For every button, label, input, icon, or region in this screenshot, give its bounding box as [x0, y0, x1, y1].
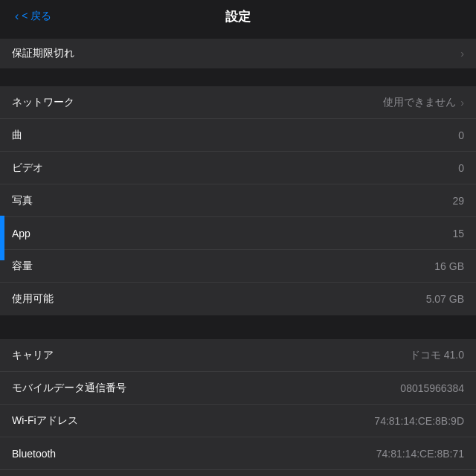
chevron-left-icon: ‹ — [15, 10, 19, 23]
storage-section: ネットワーク 使用できません › 曲 0 ビデオ 0 写真 29 App 15 … — [0, 86, 476, 315]
network-value: 使用できません › — [383, 96, 464, 109]
network-label: ネットワーク — [12, 96, 74, 109]
carrier-label: キャリア — [12, 349, 54, 362]
bluetooth-label: Bluetooth — [12, 448, 56, 460]
back-button[interactable]: ‹ < 戻る — [15, 10, 51, 23]
warranty-row[interactable]: 保証期限切れ › — [0, 39, 476, 68]
wifi-address-label: Wi-Fiアドレス — [12, 414, 78, 428]
back-label: < 戻る — [22, 10, 51, 23]
wifi-address-value: 74:81:14:CE:8B:9D — [374, 415, 464, 427]
photos-label: 写真 — [12, 194, 33, 208]
bluetooth-value: 74:81:14:CE:8B:71 — [376, 448, 464, 460]
apps-row: App 15 — [0, 217, 476, 250]
photos-row: 写真 29 — [0, 184, 476, 217]
mobile-number-label: モバイルデータ通信番号 — [12, 382, 126, 395]
available-row: 使用可能 5.07 GB — [0, 283, 476, 315]
network-chevron-icon: › — [460, 97, 464, 109]
apps-value: 15 — [452, 228, 464, 239]
blue-indicator — [0, 216, 4, 260]
nav-title: 設定 — [225, 8, 251, 25]
mobile-number-row: モバイルデータ通信番号 08015966384 — [0, 372, 476, 405]
capacity-row: 容量 16 GB — [0, 250, 476, 283]
songs-row: 曲 0 — [0, 119, 476, 152]
available-value: 5.07 GB — [426, 293, 464, 305]
wifi-address-row: Wi-Fiアドレス 74:81:14:CE:8B:9D — [0, 405, 476, 437]
photos-value: 29 — [452, 195, 464, 207]
video-value: 0 — [458, 162, 464, 174]
mobile-number-value: 08015966384 — [400, 382, 464, 394]
device-section: キャリア ドコモ 41.0 モバイルデータ通信番号 08015966384 Wi… — [0, 339, 476, 476]
available-label: 使用可能 — [12, 292, 54, 306]
video-label: ビデオ — [12, 161, 43, 175]
warranty-chevron-icon: › — [460, 48, 464, 60]
carrier-row: キャリア ドコモ 41.0 — [0, 339, 476, 372]
capacity-label: 容量 — [12, 260, 33, 273]
capacity-value: 16 GB — [434, 260, 464, 272]
imei-row: IMEI 35 696606 101593 1 — [0, 470, 476, 476]
songs-label: 曲 — [12, 129, 22, 142]
bluetooth-row: Bluetooth 74:81:14:CE:8B:71 — [0, 437, 476, 470]
songs-value: 0 — [458, 129, 464, 141]
carrier-value: ドコモ 41.0 — [410, 349, 464, 362]
warranty-label: 保証期限切れ — [12, 47, 74, 60]
video-row: ビデオ 0 — [0, 152, 476, 184]
settings-screen: ‹ < 戻る 設定 保証期限切れ › ネットワーク 使用できません › 曲 0 … — [0, 0, 476, 476]
apps-label: App — [12, 228, 30, 239]
nav-bar: ‹ < 戻る 設定 — [0, 0, 476, 33]
network-row[interactable]: ネットワーク 使用できません › — [0, 86, 476, 119]
